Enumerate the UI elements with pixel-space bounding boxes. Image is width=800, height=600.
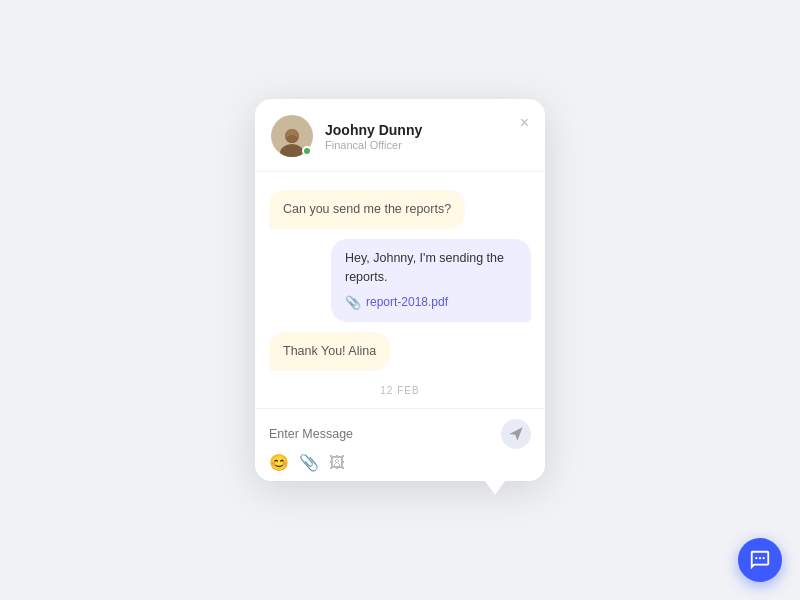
header-info: Joohny Dunny Financal Officer xyxy=(325,122,529,151)
image-button[interactable]: 🖼 xyxy=(329,455,345,471)
message-text-3: Thank You! Alina xyxy=(283,344,376,358)
messages-area: Can you send me the reports? Hey, Johnny… xyxy=(255,172,545,408)
emoji-button[interactable]: 😊 xyxy=(269,455,289,471)
message-bubble-1: Can you send me the reports? xyxy=(269,190,465,229)
online-indicator xyxy=(302,146,312,156)
input-row xyxy=(269,419,531,449)
float-chat-icon xyxy=(749,549,771,571)
attach-button[interactable]: 📎 xyxy=(299,455,319,471)
svg-point-6 xyxy=(763,557,765,559)
svg-point-5 xyxy=(759,557,761,559)
svg-point-1 xyxy=(280,144,304,157)
avatar xyxy=(271,115,313,157)
toolbar-row: 😊 📎 🖼 xyxy=(269,449,531,475)
attachment-icon: 📎 xyxy=(345,293,361,313)
contact-name: Joohny Dunny xyxy=(325,122,529,138)
svg-point-4 xyxy=(755,557,757,559)
page-container: Joohny Dunny Financal Officer × Can you … xyxy=(0,0,800,600)
date-divider: 12 FEB xyxy=(269,385,531,396)
send-button[interactable] xyxy=(501,419,531,449)
close-button[interactable]: × xyxy=(518,113,531,133)
chat-header: Joohny Dunny Financal Officer × xyxy=(255,99,545,172)
message-bubble-2: Hey, Johnny, I'm sending the reports. 📎 … xyxy=(331,239,531,322)
chat-widget: Joohny Dunny Financal Officer × Can you … xyxy=(255,99,545,481)
send-icon xyxy=(508,426,524,442)
message-text-2: Hey, Johnny, I'm sending the reports. xyxy=(345,251,504,284)
contact-role: Financal Officer xyxy=(325,139,529,151)
message-bubble-3: Thank You! Alina xyxy=(269,332,390,371)
svg-point-3 xyxy=(286,135,298,143)
chat-input-area: 😊 📎 🖼 xyxy=(255,408,545,481)
attachment-filename: report-2018.pdf xyxy=(366,293,448,311)
attachment-link[interactable]: 📎 report-2018.pdf xyxy=(345,293,517,313)
float-chat-button[interactable] xyxy=(738,538,782,582)
message-text-1: Can you send me the reports? xyxy=(283,202,451,216)
message-input[interactable] xyxy=(269,423,493,445)
